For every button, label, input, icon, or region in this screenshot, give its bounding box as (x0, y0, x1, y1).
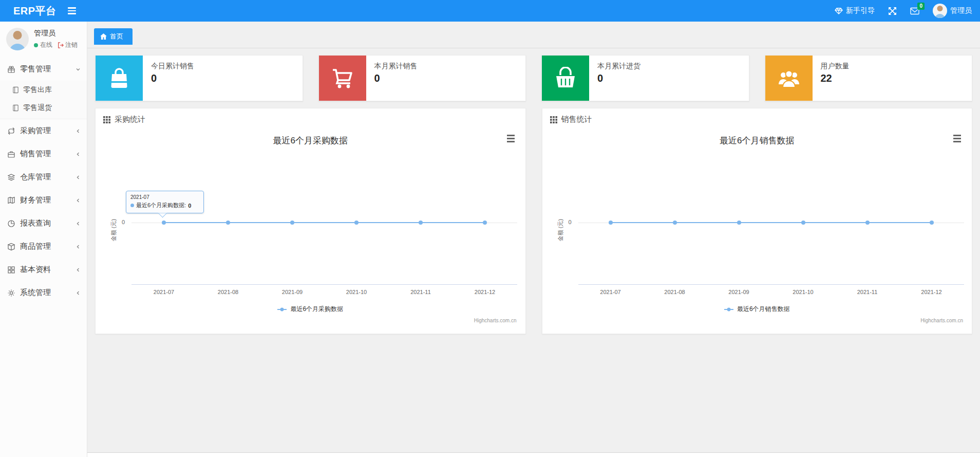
stat-card-month-sales[interactable]: 本月累计销售 0 (318, 55, 526, 101)
online-status-label: 在线 (40, 41, 52, 49)
sidebar-item-finance[interactable]: 财务管理 (0, 189, 87, 212)
series-line (164, 222, 485, 223)
data-point-marker[interactable] (737, 221, 741, 225)
data-point-marker[interactable] (162, 221, 166, 225)
sidebar-item-retail-return[interactable]: 零售退货 (0, 99, 87, 117)
stat-card-value: 0 (597, 72, 640, 84)
layers-icon (7, 173, 15, 181)
tab-home[interactable]: 首页 (94, 28, 133, 45)
sidebar-item-purchase[interactable]: 采购管理 (0, 119, 87, 142)
fullscreen-button[interactable] (888, 7, 897, 15)
data-point-marker[interactable] (419, 221, 423, 225)
file-icon (12, 86, 19, 94)
user-menu[interactable]: 管理员 (933, 4, 972, 18)
main-content: 首页 今日累计销售 0 (87, 22, 980, 457)
chevron-down-icon (76, 67, 81, 72)
sidebar-item-system[interactable]: 系统管理 (0, 281, 87, 304)
file-icon (12, 104, 19, 112)
x-axis-line (131, 284, 517, 285)
pie-chart-icon (7, 220, 15, 228)
chart-title: 最近6个月销售数据 (550, 135, 965, 147)
data-point-marker[interactable] (801, 221, 805, 225)
highcharts-credits-link[interactable]: Highcharts.com.cn (920, 318, 963, 323)
stat-card-value: 22 (821, 72, 850, 84)
chevron-left-icon (76, 175, 81, 180)
chevron-left-icon (76, 152, 81, 157)
data-point-marker[interactable] (930, 221, 934, 225)
guide-label: 新手引导 (846, 6, 875, 15)
sidebar-item-goods[interactable]: 商品管理 (0, 235, 87, 258)
x-axis-tick-label: 2021-08 (208, 289, 249, 295)
gift-icon (7, 65, 15, 74)
chevron-left-icon (76, 290, 81, 296)
stat-cards-row: 今日累计销售 0 本月累计销售 0 (95, 55, 972, 101)
sidebar-item-reports[interactable]: 报表查询 (0, 212, 87, 235)
sidebar-user-panel: 管理员 在线 注销 (0, 22, 87, 58)
tooltip-series-dot (130, 204, 134, 207)
sales-chart: 最近6个月销售数据 金额 (元) 0 2021-072021-082021-09… (550, 127, 965, 325)
panel-title: 采购统计 (115, 115, 145, 124)
th-grid-icon (550, 116, 557, 123)
x-axis-tick-label: 2021-12 (911, 289, 952, 295)
sidebar-item-label: 基本资料 (20, 265, 51, 275)
sidebar-item-label: 商品管理 (20, 242, 51, 251)
highcharts-credits-link[interactable]: Highcharts.com.cn (474, 318, 517, 323)
logout-link[interactable]: 注销 (58, 41, 78, 49)
legend-marker-icon (277, 307, 287, 312)
sidebar-item-label: 采购管理 (20, 126, 51, 136)
sidebar: 管理员 在线 注销 零售管理 (0, 22, 87, 457)
sidebar-item-warehouse[interactable]: 仓库管理 (0, 166, 87, 189)
avatar (6, 28, 29, 50)
stat-card-user-count[interactable]: 用户数量 22 (765, 55, 973, 101)
data-point-marker[interactable] (609, 221, 613, 225)
gear-icon (7, 289, 15, 297)
data-point-marker[interactable] (483, 221, 487, 225)
sidebar-menu: 零售管理 零售出库 零售退货 采购管理 (0, 58, 87, 304)
chevron-left-icon (76, 198, 81, 203)
sidebar-item-basic-data[interactable]: 基本资料 (0, 258, 87, 281)
shopping-cart-icon (331, 67, 354, 89)
sidebar-item-retail-outbound[interactable]: 零售出库 (0, 81, 87, 99)
tooltip-value: 0 (188, 203, 191, 209)
tooltip-series-label: 最近6个月采购数据: (136, 202, 186, 209)
y-axis-title: 金额 (元) (110, 199, 118, 261)
chart-export-menu-icon[interactable] (507, 135, 515, 142)
data-point-marker[interactable] (673, 221, 677, 225)
gem-icon (835, 7, 843, 15)
x-axis-tick-label: 2021-09 (272, 289, 313, 295)
sidebar-item-sales[interactable]: 销售管理 (0, 142, 87, 166)
chart-export-menu-icon[interactable] (953, 135, 961, 142)
purchase-stats-panel: 采购统计 最近6个月采购数据 金额 (元) 0 2021-072021-0820… (95, 108, 526, 334)
stat-card-month-purchase[interactable]: 本月累计进货 0 (541, 55, 749, 101)
legend-item[interactable]: 最近6个月采购数据 (103, 305, 518, 314)
sidebar-toggle-icon[interactable] (68, 7, 76, 14)
top-navbar: ERP平台 新手引导 0 管理员 (0, 0, 980, 22)
sales-stats-panel: 销售统计 最近6个月销售数据 金额 (元) 0 2021-072021-0820… (542, 108, 973, 334)
stat-card-label: 今日累计销售 (151, 62, 194, 71)
data-point-marker[interactable] (226, 221, 230, 225)
chart-title: 最近6个月采购数据 (103, 135, 518, 147)
legend-marker-icon (724, 307, 733, 312)
data-point-marker[interactable] (865, 221, 870, 225)
app-brand[interactable]: ERP平台 (0, 4, 56, 18)
stat-card-today-sales[interactable]: 今日累计销售 0 (95, 55, 303, 101)
chevron-left-icon (76, 267, 81, 272)
sidebar-item-retail[interactable]: 零售管理 (0, 58, 87, 81)
legend-item[interactable]: 最近6个月销售数据 (550, 305, 965, 314)
x-axis-tick-label: 2021-08 (654, 289, 695, 295)
sidebar-item-label: 零售出库 (23, 85, 52, 95)
tooltip-category: 2021-07 (130, 194, 199, 200)
y-axis-tick-label: 0 (112, 219, 125, 225)
x-axis-tick-label: 2021-09 (719, 289, 760, 295)
guide-button[interactable]: 新手引导 (835, 6, 875, 15)
data-point-marker[interactable] (354, 221, 359, 225)
x-axis-tick-label: 2021-10 (783, 289, 824, 295)
stat-card-value: 0 (151, 72, 194, 84)
briefcase-icon (7, 150, 15, 158)
sign-out-icon (58, 42, 64, 48)
stat-card-label: 本月累计销售 (374, 62, 418, 71)
x-axis-tick-label: 2021-11 (400, 289, 441, 295)
data-point-marker[interactable] (290, 221, 294, 225)
x-axis-tick-label: 2021-11 (847, 289, 888, 295)
messages-button[interactable]: 0 (910, 7, 919, 15)
